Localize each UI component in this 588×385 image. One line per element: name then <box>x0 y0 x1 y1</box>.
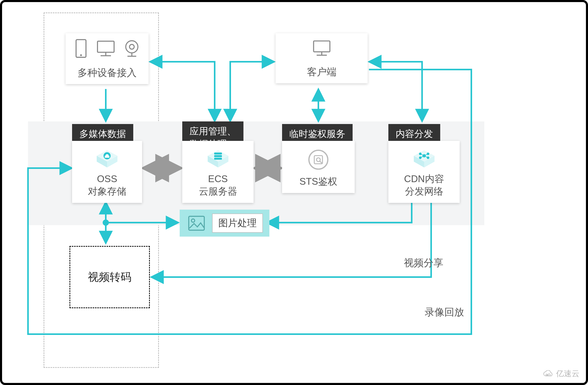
sts-title: STS鉴权 <box>299 176 337 187</box>
devices-icons <box>66 33 149 61</box>
svg-point-2 <box>80 54 82 56</box>
cdn-card: CDN内容 分发网络 <box>388 141 460 203</box>
svg-rect-39 <box>189 216 204 230</box>
svg-rect-3 <box>97 41 114 52</box>
camera-icon <box>123 39 140 58</box>
svg-point-42 <box>548 374 550 376</box>
svg-point-7 <box>130 44 134 49</box>
watermark: 亿速云 <box>543 368 579 379</box>
client-icons <box>276 33 368 61</box>
picture-icon <box>187 215 206 232</box>
sts-card: STS鉴权 <box>282 141 355 193</box>
image-processing-label: 图片处理 <box>212 214 263 233</box>
oss-icon <box>94 149 120 168</box>
watermark-text: 亿速云 <box>556 368 579 379</box>
ecs-title: ECS <box>208 174 228 184</box>
oss-card: OSS 对象存储 <box>72 141 142 203</box>
devices-label: 多种设备接入 <box>66 61 149 84</box>
ecs-icon <box>205 149 231 168</box>
phone-icon <box>74 39 88 58</box>
cdn-title: CDN内容 <box>404 174 444 184</box>
monitor-icon <box>311 39 332 58</box>
sts-icon <box>307 149 330 171</box>
sts-caption: STS鉴权 <box>282 173 355 193</box>
oss-title: OSS <box>97 174 117 184</box>
svg-point-6 <box>126 41 138 53</box>
client-label: 客户端 <box>276 61 368 83</box>
image-processing-box: 图片处理 <box>180 210 269 237</box>
svg-rect-20 <box>214 153 222 155</box>
ecs-caption: ECS 云服务器 <box>182 171 254 203</box>
cdn-caption: CDN内容 分发网络 <box>388 171 460 203</box>
svg-rect-10 <box>313 41 330 52</box>
svg-point-23 <box>309 150 328 169</box>
svg-point-25 <box>317 158 320 162</box>
diagram-canvas: 多种设备接入 客户端 多媒体数据 OSS 对象存储 <box>0 0 588 385</box>
monitor-icon <box>95 39 116 58</box>
video-transcode-label: 视频转码 <box>88 270 131 284</box>
svg-rect-22 <box>214 158 222 160</box>
ecs-card: ECS 云服务器 <box>182 141 254 203</box>
client-card: 客户端 <box>276 33 368 83</box>
oss-subtitle: 对象存储 <box>88 186 126 197</box>
oss-caption: OSS 对象存储 <box>72 171 142 203</box>
svg-point-41 <box>546 374 548 376</box>
cloud-icon <box>543 370 554 377</box>
devices-card: 多种设备接入 <box>66 33 149 84</box>
svg-point-40 <box>191 219 195 222</box>
cdn-icon <box>411 149 437 168</box>
ecs-subtitle: 云服务器 <box>199 186 237 197</box>
video-transcode-box: 视频转码 <box>69 246 150 308</box>
record-replay-note: 录像回放 <box>425 306 464 319</box>
video-share-note: 视频分享 <box>404 256 443 270</box>
svg-rect-21 <box>214 155 222 157</box>
svg-line-26 <box>320 161 322 164</box>
cdn-subtitle: 分发网络 <box>405 186 443 197</box>
